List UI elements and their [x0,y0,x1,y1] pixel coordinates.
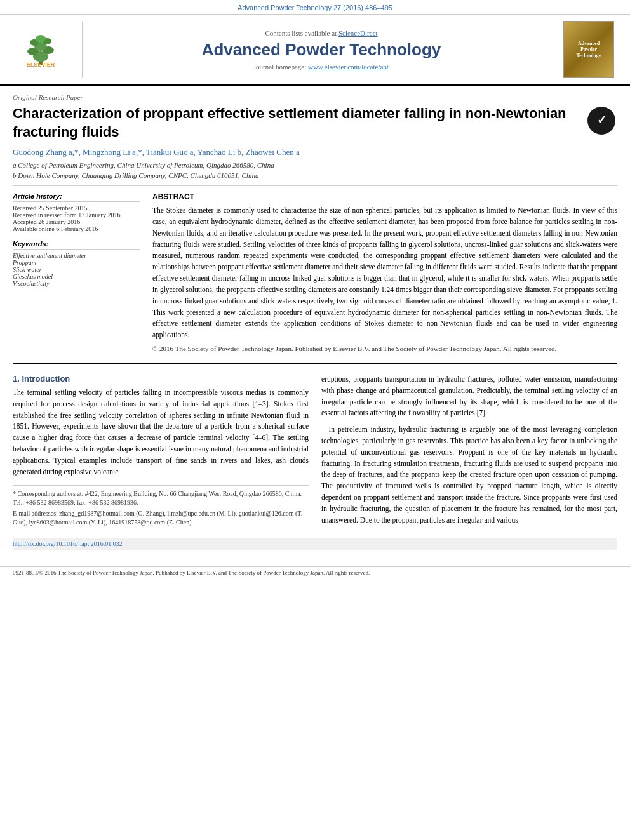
section-divider [13,363,617,364]
svg-text:ELSEVIER: ELSEVIER [27,62,55,67]
received-date: Received 25 September 2015 [13,204,140,211]
article-history-section: Article history: Received 25 September 2… [13,192,140,232]
journal-cover-area: AdvancedPowderTechnology [560,21,617,78]
crossmark-circle: ✓ [587,107,615,135]
crossmark-badge[interactable]: ✓ [586,105,617,137]
abstract-text: The Stokes diameter is commonly used to … [152,205,617,341]
journal-title-area: Contents lists available at ScienceDirec… [89,21,554,78]
affiliation-1: a College of Petroleum Engineering, Chin… [13,161,617,169]
revised-date: Received in revised form 17 January 2016 [13,211,140,218]
doi-bar: http://dx.doi.org/10.1016/j.apt.2016.01.… [13,538,617,550]
header-divider [13,185,617,186]
paper-type: Original Research Paper [13,93,617,101]
footnote-email: E-mail addresses: zhang_gd1987@hotmail.c… [13,509,309,527]
intro-paragraph-3: In petroleum industry, hydraulic fractur… [321,424,617,526]
keyword-1: Effective settlement diameter [13,252,140,259]
body-right-column: eruptions, proppants transportation in h… [321,374,617,531]
article-info-abstract: Article history: Received 25 September 2… [13,192,617,352]
accepted-date: Accepted 26 January 2016 [13,218,140,225]
copyright-text: © 2016 The Society of Powder Technology … [152,345,617,352]
available-date: Available online 6 February 2016 [13,225,140,232]
intro-paragraph-2: eruptions, proppants transportation in h… [321,374,617,419]
footnote-corresponding: * Corresponding authors at: #422, Engine… [13,490,309,507]
keywords-list: Effective settlement diameter Proppant S… [13,252,140,287]
contents-line: Contents lists available at ScienceDirec… [89,29,554,37]
footnotes-divider [13,485,309,486]
journal-header: ELSEVIER Contents lists available at Sci… [0,15,630,86]
bottom-copyright: 0921-8831/© 2016 The Society of Powder T… [13,570,370,576]
article-history-title: Article history: [13,192,140,202]
keyword-4: Giesekus model [13,273,140,280]
cover-title-text: AdvancedPowderTechnology [577,41,601,59]
elsevier-logo-area: ELSEVIER [6,21,83,78]
abstract-title: ABSTRACT [152,192,617,201]
bottom-bar: 0921-8831/© 2016 The Society of Powder T… [0,566,630,578]
paper-title-area: Characterization of proppant effective s… [13,105,617,141]
journal-citation: Advanced Powder Technology 27 (2016) 486… [238,4,392,11]
paper-title-text: Characterization of proppant effective s… [13,105,586,141]
keywords-section: Keywords: Effective settlement diameter … [13,240,140,287]
top-bar: Advanced Powder Technology 27 (2016) 486… [0,0,630,15]
elsevier-tree-icon: ELSEVIER [20,32,62,67]
journal-cover-box: AdvancedPowderTechnology [563,21,614,78]
abstract-panel: ABSTRACT The Stokes diameter is commonly… [152,192,617,352]
svg-point-7 [36,35,46,43]
doi-link[interactable]: http://dx.doi.org/10.1016/j.apt.2016.01.… [13,540,123,547]
intro-text-col1: The terminal settling velocity of partic… [13,387,309,478]
keywords-title: Keywords: [13,240,140,250]
intro-text-col2: eruptions, proppants transportation in h… [321,374,617,526]
intro-heading: 1. Introduction [13,374,309,383]
intro-paragraph-1: The terminal settling velocity of partic… [13,387,309,478]
journal-main-title: Advanced Powder Technology [89,40,554,60]
body-left-column: 1. Introduction The terminal settling ve… [13,374,309,531]
body-content: 1. Introduction The terminal settling ve… [13,374,617,531]
affiliation-2: b Down Hole Company, Chuanqing Drilling … [13,171,617,179]
article-info-panel: Article history: Received 25 September 2… [13,192,140,352]
journal-homepage-line: journal homepage: www.elsevier.com/locat… [89,63,554,70]
elsevier-logo: ELSEVIER [20,32,62,67]
keyword-2: Proppant [13,259,140,266]
homepage-link[interactable]: www.elsevier.com/locate/apt [308,63,389,70]
keyword-5: Viscoelasticity [13,280,140,287]
keyword-3: Slick-water [13,266,140,273]
sciencedirect-link[interactable]: ScienceDirect [338,29,378,37]
authors-line: Guodong Zhang a,*, Mingzhong Li a,*, Tia… [13,147,617,157]
